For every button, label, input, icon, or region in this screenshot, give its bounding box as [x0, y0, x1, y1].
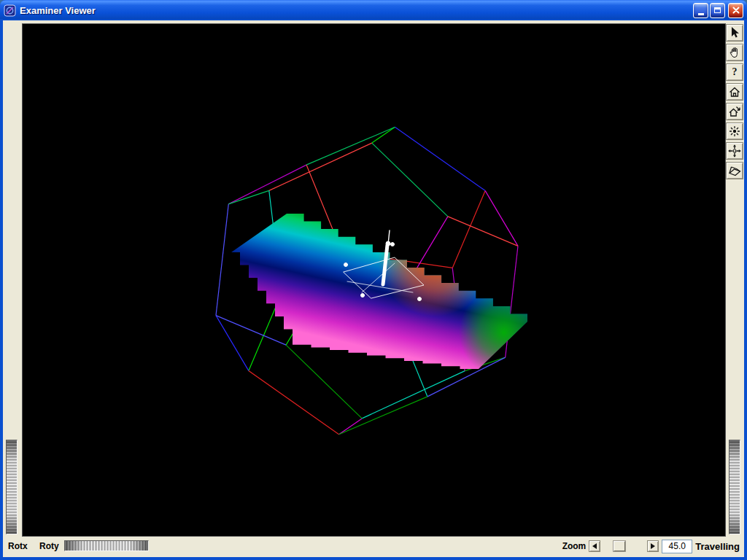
- app-icon-glyph: [4, 4, 16, 17]
- zoom-slider-track[interactable]: [603, 540, 644, 553]
- client-area: ?: [3, 20, 744, 557]
- screen: Examiner Viewer: [0, 0, 747, 560]
- close-icon: [732, 7, 740, 14]
- set-home-icon: [727, 104, 742, 119]
- titlebar-buttons: [693, 3, 743, 18]
- dragger-knob[interactable]: [386, 241, 390, 246]
- bottom-bar: Rotx Roty Zoom Travelling: [3, 535, 744, 557]
- zoom-controls: Zoom Travelling: [562, 535, 740, 557]
- home-icon: [727, 85, 742, 99]
- zoom-slider-thumb[interactable]: [614, 541, 625, 551]
- dragger-handle-dot[interactable]: [391, 243, 395, 246]
- pick-mode-button[interactable]: [726, 24, 743, 42]
- perspective-camera-icon: [727, 163, 742, 178]
- dolly-thumbwheel[interactable]: [729, 440, 740, 534]
- set-home-view-button[interactable]: [726, 103, 743, 120]
- seek-button[interactable]: [726, 142, 743, 160]
- minimize-button[interactable]: [693, 3, 708, 18]
- rotx-label: Rotx: [8, 541, 28, 551]
- roty-label: Roty: [39, 541, 59, 551]
- zoom-label: Zoom: [562, 541, 587, 551]
- question-mark-icon: ?: [732, 66, 738, 78]
- help-button[interactable]: ?: [726, 63, 743, 81]
- view-all-eye-icon: [727, 124, 742, 139]
- close-button[interactable]: [728, 3, 743, 18]
- title-bar: Examiner Viewer: [0, 0, 747, 20]
- camera-type-button[interactable]: [726, 162, 743, 179]
- rainbow-volume-slice: [231, 203, 549, 378]
- view-all-button[interactable]: [726, 122, 743, 140]
- app-icon[interactable]: [4, 4, 16, 17]
- roty-thumbwheel[interactable]: [64, 540, 149, 551]
- dragger-handle-dot[interactable]: [361, 294, 365, 298]
- left-arrow-icon: [592, 543, 597, 549]
- zoom-decrease-button[interactable]: [589, 540, 600, 552]
- rotx-thumbwheel[interactable]: [6, 440, 18, 534]
- seek-crosshair-icon: [727, 144, 742, 158]
- camera-mode-label: Travelling: [695, 541, 740, 552]
- hand-icon: [727, 45, 742, 60]
- view-mode-button[interactable]: [726, 44, 743, 61]
- maximize-button[interactable]: [710, 3, 725, 18]
- maximize-icon: [714, 7, 721, 13]
- viewer-toolbar: ?: [725, 24, 744, 179]
- dragger-handle-dot[interactable]: [344, 263, 348, 267]
- arrow-cursor-icon: [727, 26, 742, 40]
- dragger-handle-dot[interactable]: [418, 298, 422, 301]
- examiner-viewer-window: Examiner Viewer: [0, 0, 747, 560]
- 3d-viewport[interactable]: [22, 23, 726, 537]
- zoom-increase-button[interactable]: [647, 540, 659, 552]
- zoom-value-field[interactable]: [662, 540, 692, 553]
- right-arrow-icon: [651, 543, 655, 549]
- home-view-button[interactable]: [726, 83, 743, 101]
- minimize-icon: [698, 13, 704, 15]
- scene-canvas: [23, 24, 725, 536]
- window-title: Examiner Viewer: [20, 5, 689, 16]
